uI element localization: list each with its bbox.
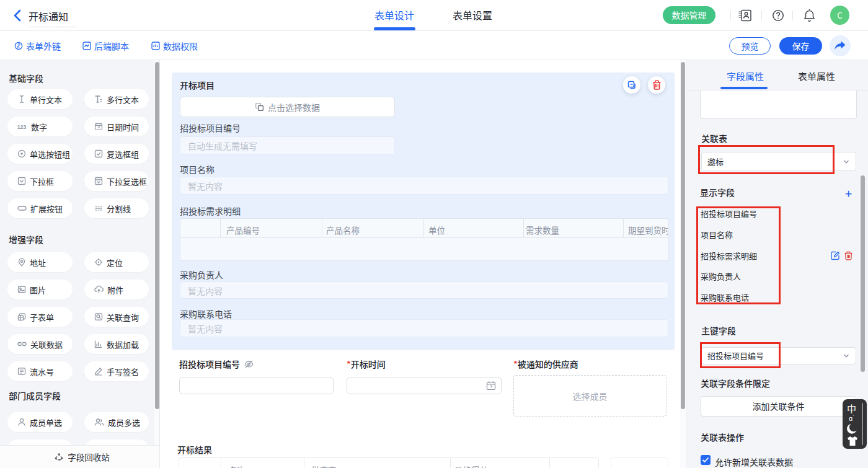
svg-text:123: 123 [17, 124, 26, 130]
